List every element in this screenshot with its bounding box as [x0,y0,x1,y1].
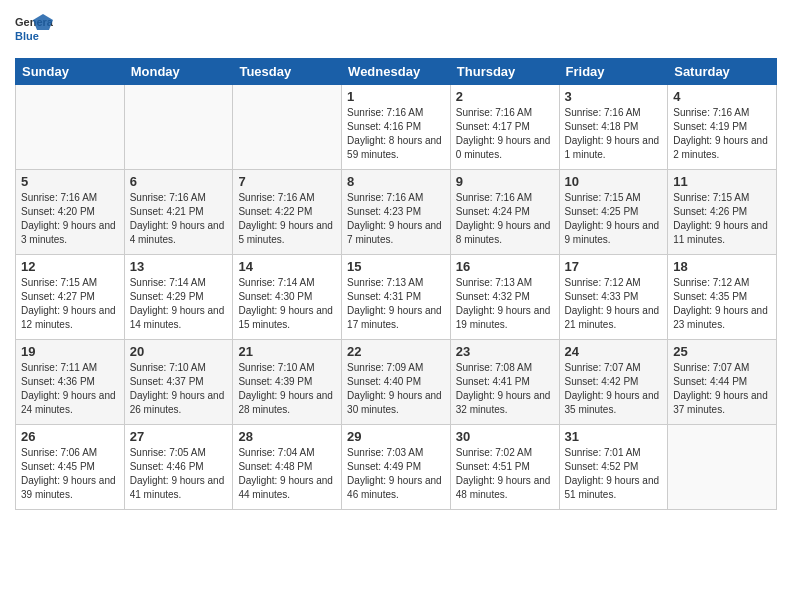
header-wednesday: Wednesday [342,59,451,85]
calendar-cell [16,85,125,170]
calendar-cell: 4Sunrise: 7:16 AMSunset: 4:19 PMDaylight… [668,85,777,170]
day-info: Sunrise: 7:16 AMSunset: 4:24 PMDaylight:… [456,191,554,247]
day-info: Sunrise: 7:10 AMSunset: 4:37 PMDaylight:… [130,361,228,417]
day-number: 7 [238,174,336,189]
calendar-cell: 28Sunrise: 7:04 AMSunset: 4:48 PMDayligh… [233,425,342,510]
calendar-cell: 5Sunrise: 7:16 AMSunset: 4:20 PMDaylight… [16,170,125,255]
calendar-cell: 18Sunrise: 7:12 AMSunset: 4:35 PMDayligh… [668,255,777,340]
calendar-cell: 2Sunrise: 7:16 AMSunset: 4:17 PMDaylight… [450,85,559,170]
day-number: 21 [238,344,336,359]
calendar-cell: 31Sunrise: 7:01 AMSunset: 4:52 PMDayligh… [559,425,668,510]
day-number: 8 [347,174,445,189]
header-sunday: Sunday [16,59,125,85]
day-info: Sunrise: 7:11 AMSunset: 4:36 PMDaylight:… [21,361,119,417]
day-info: Sunrise: 7:10 AMSunset: 4:39 PMDaylight:… [238,361,336,417]
day-info: Sunrise: 7:16 AMSunset: 4:20 PMDaylight:… [21,191,119,247]
calendar-cell [668,425,777,510]
calendar-cell: 8Sunrise: 7:16 AMSunset: 4:23 PMDaylight… [342,170,451,255]
calendar-cell: 17Sunrise: 7:12 AMSunset: 4:33 PMDayligh… [559,255,668,340]
calendar-cell: 10Sunrise: 7:15 AMSunset: 4:25 PMDayligh… [559,170,668,255]
day-number: 22 [347,344,445,359]
calendar-cell: 16Sunrise: 7:13 AMSunset: 4:32 PMDayligh… [450,255,559,340]
day-number: 31 [565,429,663,444]
calendar-cell [124,85,233,170]
day-info: Sunrise: 7:15 AMSunset: 4:26 PMDaylight:… [673,191,771,247]
header-tuesday: Tuesday [233,59,342,85]
calendar-header-row: SundayMondayTuesdayWednesdayThursdayFrid… [16,59,777,85]
day-number: 2 [456,89,554,104]
day-info: Sunrise: 7:08 AMSunset: 4:41 PMDaylight:… [456,361,554,417]
day-info: Sunrise: 7:13 AMSunset: 4:31 PMDaylight:… [347,276,445,332]
day-number: 9 [456,174,554,189]
calendar-cell: 20Sunrise: 7:10 AMSunset: 4:37 PMDayligh… [124,340,233,425]
day-info: Sunrise: 7:03 AMSunset: 4:49 PMDaylight:… [347,446,445,502]
calendar-cell: 25Sunrise: 7:07 AMSunset: 4:44 PMDayligh… [668,340,777,425]
day-info: Sunrise: 7:04 AMSunset: 4:48 PMDaylight:… [238,446,336,502]
day-info: Sunrise: 7:15 AMSunset: 4:25 PMDaylight:… [565,191,663,247]
calendar-cell: 6Sunrise: 7:16 AMSunset: 4:21 PMDaylight… [124,170,233,255]
week-row-1: 1Sunrise: 7:16 AMSunset: 4:16 PMDaylight… [16,85,777,170]
calendar-cell: 30Sunrise: 7:02 AMSunset: 4:51 PMDayligh… [450,425,559,510]
day-info: Sunrise: 7:12 AMSunset: 4:33 PMDaylight:… [565,276,663,332]
day-number: 15 [347,259,445,274]
day-number: 12 [21,259,119,274]
logo-svg: General Blue [15,10,53,48]
day-number: 20 [130,344,228,359]
week-row-2: 5Sunrise: 7:16 AMSunset: 4:20 PMDaylight… [16,170,777,255]
day-number: 6 [130,174,228,189]
calendar-cell: 14Sunrise: 7:14 AMSunset: 4:30 PMDayligh… [233,255,342,340]
day-number: 5 [21,174,119,189]
day-number: 30 [456,429,554,444]
logo: General Blue [15,10,53,48]
day-number: 13 [130,259,228,274]
day-info: Sunrise: 7:16 AMSunset: 4:19 PMDaylight:… [673,106,771,162]
header-saturday: Saturday [668,59,777,85]
calendar-cell: 24Sunrise: 7:07 AMSunset: 4:42 PMDayligh… [559,340,668,425]
calendar-cell: 1Sunrise: 7:16 AMSunset: 4:16 PMDaylight… [342,85,451,170]
calendar-cell: 15Sunrise: 7:13 AMSunset: 4:31 PMDayligh… [342,255,451,340]
day-info: Sunrise: 7:16 AMSunset: 4:17 PMDaylight:… [456,106,554,162]
day-info: Sunrise: 7:07 AMSunset: 4:44 PMDaylight:… [673,361,771,417]
calendar-table: SundayMondayTuesdayWednesdayThursdayFrid… [15,58,777,510]
week-row-5: 26Sunrise: 7:06 AMSunset: 4:45 PMDayligh… [16,425,777,510]
page-header: General Blue [15,10,777,48]
calendar-cell: 29Sunrise: 7:03 AMSunset: 4:49 PMDayligh… [342,425,451,510]
calendar-cell: 3Sunrise: 7:16 AMSunset: 4:18 PMDaylight… [559,85,668,170]
day-number: 28 [238,429,336,444]
day-number: 24 [565,344,663,359]
day-number: 27 [130,429,228,444]
day-info: Sunrise: 7:14 AMSunset: 4:30 PMDaylight:… [238,276,336,332]
week-row-4: 19Sunrise: 7:11 AMSunset: 4:36 PMDayligh… [16,340,777,425]
day-info: Sunrise: 7:16 AMSunset: 4:16 PMDaylight:… [347,106,445,162]
day-number: 23 [456,344,554,359]
day-number: 14 [238,259,336,274]
calendar-cell [233,85,342,170]
day-info: Sunrise: 7:06 AMSunset: 4:45 PMDaylight:… [21,446,119,502]
day-info: Sunrise: 7:09 AMSunset: 4:40 PMDaylight:… [347,361,445,417]
calendar-cell: 13Sunrise: 7:14 AMSunset: 4:29 PMDayligh… [124,255,233,340]
day-number: 16 [456,259,554,274]
header-thursday: Thursday [450,59,559,85]
day-info: Sunrise: 7:05 AMSunset: 4:46 PMDaylight:… [130,446,228,502]
day-info: Sunrise: 7:16 AMSunset: 4:23 PMDaylight:… [347,191,445,247]
day-info: Sunrise: 7:13 AMSunset: 4:32 PMDaylight:… [456,276,554,332]
day-info: Sunrise: 7:12 AMSunset: 4:35 PMDaylight:… [673,276,771,332]
day-number: 10 [565,174,663,189]
calendar-cell: 21Sunrise: 7:10 AMSunset: 4:39 PMDayligh… [233,340,342,425]
day-number: 18 [673,259,771,274]
day-info: Sunrise: 7:15 AMSunset: 4:27 PMDaylight:… [21,276,119,332]
day-number: 3 [565,89,663,104]
day-number: 11 [673,174,771,189]
day-number: 25 [673,344,771,359]
day-number: 4 [673,89,771,104]
day-info: Sunrise: 7:07 AMSunset: 4:42 PMDaylight:… [565,361,663,417]
day-number: 19 [21,344,119,359]
day-info: Sunrise: 7:16 AMSunset: 4:21 PMDaylight:… [130,191,228,247]
calendar-cell: 9Sunrise: 7:16 AMSunset: 4:24 PMDaylight… [450,170,559,255]
calendar-cell: 22Sunrise: 7:09 AMSunset: 4:40 PMDayligh… [342,340,451,425]
day-info: Sunrise: 7:16 AMSunset: 4:18 PMDaylight:… [565,106,663,162]
day-info: Sunrise: 7:16 AMSunset: 4:22 PMDaylight:… [238,191,336,247]
day-info: Sunrise: 7:01 AMSunset: 4:52 PMDaylight:… [565,446,663,502]
calendar-cell: 23Sunrise: 7:08 AMSunset: 4:41 PMDayligh… [450,340,559,425]
svg-text:Blue: Blue [15,30,39,42]
